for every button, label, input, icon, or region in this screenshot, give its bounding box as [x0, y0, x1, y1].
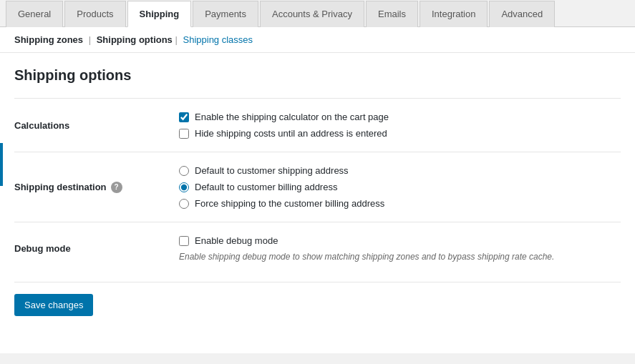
shipping-destination-row: Shipping destination ? Default to custom… [14, 152, 621, 222]
default-shipping-row: Default to customer shipping address [179, 165, 614, 176]
enable-calculator-label: Enable the shipping calculator on the ca… [195, 112, 389, 122]
calculations-label: Calculations [14, 99, 172, 152]
footer-bar: Save changes [14, 282, 621, 316]
save-changes-button[interactable]: Save changes [14, 294, 93, 316]
default-billing-radio[interactable] [179, 182, 189, 192]
tab-general[interactable]: General [6, 1, 63, 27]
calculations-options: Enable the shipping calculator on the ca… [172, 99, 621, 152]
settings-table: Calculations Enable the shipping calcula… [14, 98, 621, 275]
sub-navigation: Shipping zones | Shipping options | Ship… [0, 27, 635, 53]
tabs-bar: General Products Shipping Payments Accou… [0, 0, 635, 27]
page-title: Shipping options [14, 67, 621, 84]
enable-debug-checkbox[interactable] [179, 236, 189, 246]
subnav-shipping-zones[interactable]: Shipping zones [14, 34, 83, 45]
default-shipping-radio[interactable] [179, 166, 189, 176]
debug-hint-text: Enable shipping debug mode to show match… [179, 252, 614, 262]
shipping-destination-field-label: Shipping destination ? [14, 182, 165, 193]
default-billing-row: Default to customer billing address [179, 182, 614, 192]
enable-debug-label: Enable debug mode [195, 235, 278, 246]
default-shipping-label: Default to customer shipping address [195, 165, 349, 176]
tab-advanced[interactable]: Advanced [489, 1, 555, 27]
default-billing-label: Default to customer billing address [195, 182, 337, 192]
subnav-shipping-classes[interactable]: Shipping classes [183, 34, 253, 45]
debug-mode-row: Debug mode Enable debug mode Enable ship… [14, 222, 621, 275]
main-content: Shipping options Calculations Enable the… [0, 53, 635, 353]
separator-2: | [175, 34, 177, 45]
tab-products[interactable]: Products [64, 1, 125, 27]
debug-mode-label: Debug mode [14, 222, 172, 275]
force-billing-radio[interactable] [179, 199, 189, 209]
shipping-destination-label: Shipping destination ? [14, 152, 172, 222]
help-icon[interactable]: ? [111, 182, 122, 193]
enable-debug-row: Enable debug mode [179, 235, 614, 246]
shipping-destination-text: Shipping destination [14, 182, 107, 192]
tab-shipping[interactable]: Shipping [127, 1, 192, 27]
enable-calculator-checkbox[interactable] [179, 112, 189, 122]
subnav-shipping-options: Shipping options [97, 34, 173, 45]
tab-emails[interactable]: Emails [366, 1, 418, 27]
tab-accounts-privacy[interactable]: Accounts & Privacy [260, 1, 364, 27]
hide-costs-row: Hide shipping costs until an address is … [179, 128, 614, 139]
left-accent-bar [0, 143, 3, 186]
calculations-row: Calculations Enable the shipping calcula… [14, 99, 621, 152]
enable-calculator-row: Enable the shipping calculator on the ca… [179, 112, 614, 122]
hide-costs-checkbox[interactable] [179, 129, 189, 139]
hide-costs-label: Hide shipping costs until an address is … [195, 128, 387, 139]
tab-integration[interactable]: Integration [420, 1, 488, 27]
tab-payments[interactable]: Payments [193, 1, 258, 27]
force-billing-label: Force shipping to the customer billing a… [195, 198, 384, 209]
separator-1: | [89, 34, 91, 45]
shipping-destination-options: Default to customer shipping address Def… [172, 152, 621, 222]
force-billing-row: Force shipping to the customer billing a… [179, 198, 614, 209]
debug-mode-options: Enable debug mode Enable shipping debug … [172, 222, 621, 275]
